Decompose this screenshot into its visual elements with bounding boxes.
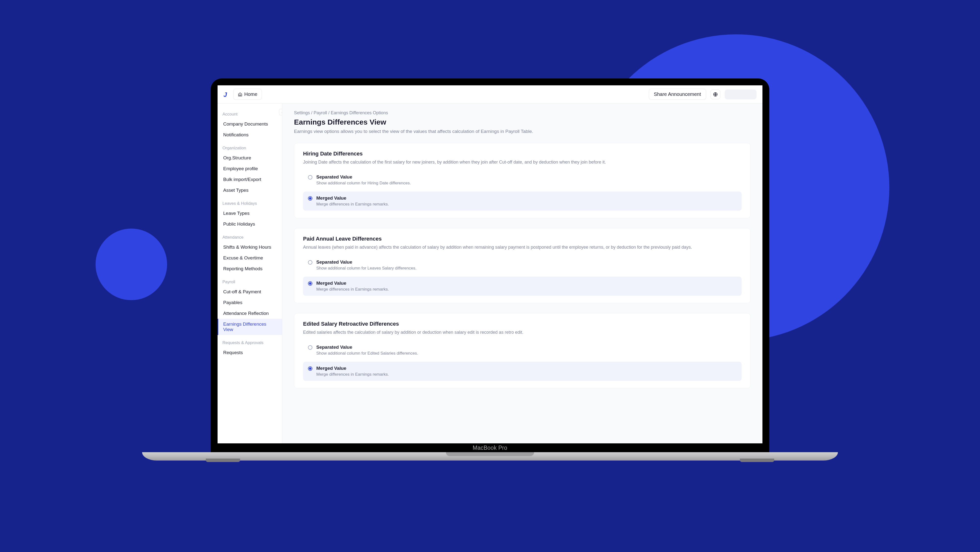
sidebar-header-requests: Requests & Approvals <box>218 337 282 347</box>
laptop-mockup: J Home Share Announcement ‹ <box>211 78 769 459</box>
home-icon <box>238 92 242 97</box>
card-desc: Edited salaries affects the calculation … <box>303 329 741 336</box>
sidebar-header-account: Account <box>218 108 282 119</box>
sidebar-item-earnings-differences-view[interactable]: Earnings Differences View <box>218 319 282 335</box>
screen-frame: J Home Share Announcement ‹ <box>211 78 769 444</box>
option-title: Separated Value <box>316 345 737 350</box>
sidebar-item-asset-types[interactable]: Asset Types <box>218 185 282 196</box>
page-title: Earnings Differences View <box>294 118 751 126</box>
sidebar: ‹ Account Company Documents Notification… <box>218 104 282 444</box>
card-desc: Joining Date affects the calculation of … <box>303 159 741 166</box>
option-sub: Merge differences in Earnings remarks. <box>316 287 737 292</box>
bg-decoration-small <box>95 228 167 300</box>
profile-placeholder[interactable] <box>725 89 757 99</box>
option-title: Separated Value <box>316 260 737 265</box>
globe-icon <box>713 92 718 97</box>
share-announcement-button[interactable]: Share Announcement <box>649 89 706 100</box>
radio-checked-icon <box>308 281 312 286</box>
topbar: J Home Share Announcement <box>218 85 762 104</box>
option-sub: Merge differences in Earnings remarks. <box>316 202 737 207</box>
sidebar-header-organization: Organization <box>218 142 282 153</box>
card-desc: Annual leaves (when paid in advance) aff… <box>303 244 741 250</box>
main-content: Settings / Payroll / Earnings Difference… <box>282 104 762 444</box>
home-button[interactable]: Home <box>233 89 262 100</box>
camera-notch <box>464 78 516 85</box>
device-label: MacBook Pro <box>211 444 769 452</box>
option-merged-value[interactable]: Merged Value Merge differences in Earnin… <box>303 277 741 296</box>
option-merged-value[interactable]: Merged Value Merge differences in Earnin… <box>303 191 741 211</box>
sidebar-item-attendance-reflection[interactable]: Attendance Reflection <box>218 308 282 319</box>
sidebar-item-requests[interactable]: Requests <box>218 347 282 358</box>
option-separated-value[interactable]: Separated Value Show additional column f… <box>303 255 741 274</box>
radio-checked-icon <box>308 366 312 371</box>
sidebar-item-bulk-import-export[interactable]: Bulk import/Export <box>218 174 282 185</box>
sidebar-collapse-button[interactable]: ‹ <box>279 109 282 115</box>
sidebar-header-leaves: Leaves & Holidays <box>218 198 282 208</box>
card-hiring-date: Hiring Date Differences Joining Date aff… <box>294 143 751 218</box>
card-title: Edited Salary Retroactive Differences <box>303 321 741 327</box>
option-separated-value[interactable]: Separated Value Show additional column f… <box>303 341 741 360</box>
option-sub: Show additional column for Edited Salari… <box>316 351 737 356</box>
sidebar-header-payroll: Payroll <box>218 276 282 286</box>
sidebar-item-shifts[interactable]: Shifts & Working Hours <box>218 242 282 252</box>
option-sub: Show additional column for Hiring Date d… <box>316 181 737 186</box>
card-edited-salary-retro: Edited Salary Retroactive Differences Ed… <box>294 313 751 388</box>
sidebar-item-public-holidays[interactable]: Public Holidays <box>218 219 282 230</box>
language-button[interactable] <box>711 89 720 99</box>
sidebar-header-attendance: Attendance <box>218 231 282 242</box>
option-title: Merged Value <box>316 195 737 201</box>
card-paid-annual-leave: Paid Annual Leave Differences Annual lea… <box>294 228 751 303</box>
sidebar-item-cutoff-payment[interactable]: Cut-off & Payment <box>218 286 282 297</box>
sidebar-item-employee-profile[interactable]: Employee profile <box>218 163 282 174</box>
sidebar-item-reporting-methods[interactable]: Reporting Methods <box>218 263 282 274</box>
option-title: Merged Value <box>316 365 737 371</box>
laptop-base: MacBook Pro <box>211 444 769 459</box>
option-sub: Show additional column for Leaves Salary… <box>316 266 737 271</box>
app-screen: J Home Share Announcement ‹ <box>218 85 762 444</box>
radio-unchecked-icon <box>308 175 312 180</box>
card-title: Hiring Date Differences <box>303 151 741 157</box>
sidebar-item-notifications[interactable]: Notifications <box>218 129 282 140</box>
radio-unchecked-icon <box>308 345 312 350</box>
page-subtitle: Earnings view options allows you to sele… <box>294 129 751 134</box>
option-title: Separated Value <box>316 174 737 180</box>
sidebar-item-leave-types[interactable]: Leave Types <box>218 208 282 219</box>
sidebar-item-org-structure[interactable]: Org.Structure <box>218 153 282 163</box>
option-sub: Merge differences in Earnings remarks. <box>316 372 737 377</box>
card-title: Paid Annual Leave Differences <box>303 236 741 242</box>
sidebar-item-company-documents[interactable]: Company Documents <box>218 119 282 129</box>
option-title: Merged Value <box>316 281 737 286</box>
option-separated-value[interactable]: Separated Value Show additional column f… <box>303 171 741 190</box>
sidebar-item-excuse-overtime[interactable]: Excuse & Overtime <box>218 252 282 263</box>
logo[interactable]: J <box>223 91 229 98</box>
option-merged-value[interactable]: Merged Value Merge differences in Earnin… <box>303 362 741 381</box>
home-label: Home <box>244 91 257 97</box>
radio-unchecked-icon <box>308 260 312 265</box>
radio-checked-icon <box>308 196 312 201</box>
breadcrumb[interactable]: Settings / Payroll / Earnings Difference… <box>294 110 751 115</box>
sidebar-item-payables[interactable]: Payables <box>218 297 282 308</box>
